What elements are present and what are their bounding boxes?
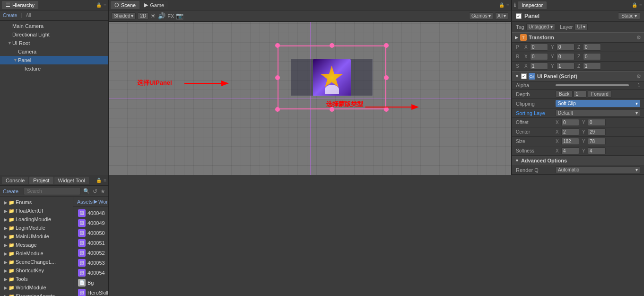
asset-400053[interactable]: 🖼 400053: [75, 258, 108, 268]
tree-role[interactable]: ▶ 📁 RoleModule: [0, 249, 73, 258]
clipping-dropdown[interactable]: Soft Clip ▾: [556, 100, 640, 107]
hierarchy-lock-icon[interactable]: 🔒: [96, 2, 102, 8]
tree-item-main-camera[interactable]: Main Camera: [0, 22, 108, 30]
s-y-input[interactable]: [557, 63, 574, 70]
2d-dropdown[interactable]: 2D: [138, 12, 148, 19]
handle-top-mid[interactable]: [330, 43, 334, 48]
render-q-dropdown[interactable]: Automatic ▾: [556, 166, 640, 173]
breadcrumb-workarea[interactable]: WorkArea: [98, 199, 108, 205]
s-z-input[interactable]: [583, 63, 601, 70]
project-create-btn[interactable]: Create: [3, 188, 18, 194]
offset-x-input[interactable]: [561, 119, 579, 126]
tree-item-texture[interactable]: Texture: [0, 64, 108, 73]
widget-tool-tab[interactable]: Widget Tool: [54, 177, 89, 184]
advanced-options-header[interactable]: ▼ Advanced Options: [512, 156, 644, 165]
tree-streaming[interactable]: ▶ 📁 StreamingAssets: [0, 292, 73, 296]
tree-login[interactable]: ▶ 📁 LoginModule: [0, 224, 73, 232]
softness-y-input[interactable]: [588, 147, 606, 154]
light-icon[interactable]: ☀: [150, 12, 156, 19]
handle-top-right[interactable]: [384, 43, 389, 48]
tree-scene-change[interactable]: ▶ 📁 SceneChangeL...: [0, 258, 73, 266]
offset-y-input[interactable]: [588, 119, 606, 126]
layer-dropdown[interactable]: UI ▾: [574, 23, 588, 30]
gizmos-dropdown[interactable]: Gizmos ▾: [469, 12, 493, 19]
asset-400052[interactable]: 🖼 400052: [75, 248, 108, 258]
scene-tab[interactable]: ⬡ Scene: [111, 1, 139, 9]
all-filter[interactable]: All: [26, 13, 31, 18]
depth-back-btn[interactable]: Back: [556, 90, 573, 98]
all-layers-dropdown[interactable]: All ▾: [495, 12, 508, 19]
ui-panel-gear-icon[interactable]: ⚙: [636, 73, 641, 80]
r-y-input[interactable]: [557, 53, 574, 60]
tree-message[interactable]: ▶ 📁 Message: [0, 241, 73, 249]
camera-icon[interactable]: 📷: [176, 12, 183, 19]
tree-loading[interactable]: ▶ 📁 LoadingMoudle: [0, 215, 73, 224]
center-x-input[interactable]: [561, 128, 579, 135]
ui-panel-section-header[interactable]: ▼ ✓ C# UI Panel (Script) ⚙: [512, 71, 644, 81]
asset-bg[interactable]: 📄 Bg: [75, 278, 106, 287]
inspector-menu-icon[interactable]: ≡: [639, 2, 642, 8]
transform-section-header[interactable]: ▶ T Transform ⚙: [512, 32, 644, 43]
search-icon[interactable]: 🔍: [83, 188, 90, 194]
scene-menu-icon[interactable]: ≡: [506, 2, 509, 8]
r-z-input[interactable]: [583, 53, 601, 60]
breadcrumb-assets[interactable]: Assets: [77, 199, 93, 205]
r-x-input[interactable]: [530, 53, 548, 60]
size-y-input[interactable]: [588, 138, 606, 145]
project-tab[interactable]: Project: [29, 177, 53, 184]
asset-heroskill[interactable]: 🖼 HeroSkill_80: [75, 288, 108, 296]
depth-input[interactable]: [574, 90, 587, 98]
handle-bot-left[interactable]: [275, 107, 280, 112]
project-sync-icon[interactable]: ↺: [93, 188, 97, 195]
p-y-input[interactable]: [557, 44, 574, 51]
center-y-input[interactable]: [588, 128, 606, 135]
s-x-input[interactable]: [530, 63, 548, 70]
tag-dropdown[interactable]: Untagged ▾: [526, 23, 555, 30]
transform-gear-icon[interactable]: ⚙: [636, 35, 641, 41]
asset-400049[interactable]: 🖼 400049: [75, 218, 108, 228]
tree-shortcut[interactable]: ▶ 📁 ShortcutKey: [0, 266, 73, 275]
game-tab[interactable]: ▶ Game: [140, 1, 168, 9]
hierarchy-tab[interactable]: ☰ Hierarchy: [2, 1, 38, 9]
console-tab[interactable]: Console: [2, 177, 28, 184]
alpha-slider[interactable]: [556, 84, 629, 86]
p-z-input[interactable]: [583, 44, 601, 51]
tree-item-ui-root[interactable]: ▼ UI Root: [0, 39, 108, 47]
depth-forward-btn[interactable]: Forward: [588, 90, 612, 98]
tree-main-ui[interactable]: ▶ 📁 MainUIModule: [0, 232, 73, 241]
scene-lock-icon[interactable]: 🔒: [499, 2, 505, 8]
inspector-tab[interactable]: Inspector: [518, 1, 547, 9]
tree-tools[interactable]: ▶ 📁 Tools: [0, 275, 73, 283]
handle-mid-right[interactable]: [384, 75, 389, 80]
fx-icon[interactable]: FX: [167, 13, 174, 19]
create-button[interactable]: Create: [3, 13, 17, 18]
tree-float-alert[interactable]: ▶ 📁 FloatAlertUI: [0, 206, 73, 215]
static-badge[interactable]: Static ▾: [618, 12, 640, 19]
ui-panel-enabled[interactable]: ✓: [521, 73, 527, 79]
handle-top-left[interactable]: [275, 43, 280, 48]
asset-400048[interactable]: 🖼 400048: [75, 208, 108, 218]
tree-item-camera[interactable]: Camera: [0, 47, 108, 56]
scene-viewport[interactable]: 选择UIPanel 选择蒙版类型: [109, 22, 511, 175]
project-star-icon[interactable]: ★: [100, 188, 105, 195]
size-x-input[interactable]: [561, 138, 579, 145]
softness-x-input[interactable]: [561, 147, 579, 154]
shaded-dropdown[interactable]: Shaded ▾: [112, 12, 136, 19]
sorting-layer-dropdown[interactable]: Default ▾: [556, 109, 640, 117]
bottom-lock-icon[interactable]: 🔒: [96, 178, 102, 183]
handle-mid-left[interactable]: [275, 75, 280, 80]
tree-item-directional-light[interactable]: Directional Light: [0, 30, 108, 39]
tree-world[interactable]: ▶ 📁 WorldModule: [0, 283, 73, 292]
inspector-lock-icon[interactable]: 🔒: [632, 2, 637, 8]
project-search-input[interactable]: [24, 187, 80, 195]
object-enabled-checkbox[interactable]: ✓: [516, 13, 522, 19]
p-x-input[interactable]: [530, 44, 548, 51]
hierarchy-menu-icon[interactable]: ≡: [104, 2, 106, 8]
bottom-menu-icon[interactable]: ≡: [104, 178, 106, 183]
audio-icon[interactable]: 🔊: [158, 12, 165, 19]
tree-item-panel[interactable]: ▼ Panel: [0, 56, 108, 64]
tree-enums[interactable]: ▶ 📁 Enums: [0, 198, 73, 206]
asset-400051[interactable]: 🖼 400051: [75, 238, 108, 248]
asset-400050[interactable]: 🖼 400050: [75, 228, 108, 238]
asset-400054[interactable]: 🖼 400054: [75, 268, 108, 278]
